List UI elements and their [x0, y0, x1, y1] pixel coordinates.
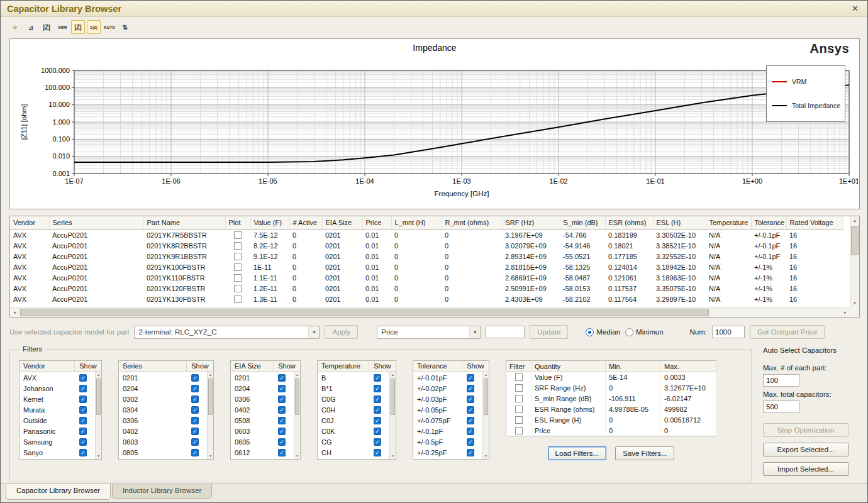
scroll-up-icon[interactable]: ▲ [208, 372, 213, 378]
column-header-tolerance[interactable]: Tolerance [751, 216, 786, 229]
close-icon[interactable]: ✕ [849, 4, 861, 13]
table-row[interactable]: AVXAccuP02010201YK7R5BBSTR7.5E-12002010.… [10, 229, 843, 240]
quantity-filter-checkbox[interactable] [515, 406, 523, 413]
table-row[interactable]: AVXAccuP02010201YK120FBSTR1.2E-11002010.… [10, 283, 843, 294]
plot-axes-icon[interactable]: ⊿ [24, 20, 38, 34]
tab-inductor-library-browser[interactable]: Inductor Library Browser [112, 484, 212, 499]
scroll-left-icon[interactable]: ◄ [10, 308, 19, 317]
filter-item-c0h[interactable]: C0H✓ [318, 404, 389, 415]
filter-show-checkbox[interactable]: ✓ [191, 374, 199, 382]
filter-show-checkbox[interactable]: ✓ [374, 374, 381, 382]
filter-column-series[interactable]: Series [119, 361, 187, 372]
filter-item-0-02pf[interactable]: +/-0.02pF✓ [413, 383, 482, 394]
scroll-thumb[interactable] [208, 379, 213, 415]
scroll-up-icon[interactable]: ▲ [390, 372, 396, 378]
quantity-filter-checkbox[interactable] [515, 427, 523, 434]
filter-item-0-075pf[interactable]: +/-0.075pF✓ [413, 415, 482, 426]
quantity-cell-max[interactable]: 0.00518712 [661, 415, 716, 426]
get-octopart-price-button[interactable]: Get Octopart Price [750, 325, 825, 339]
filter-show-checkbox[interactable]: ✓ [278, 428, 286, 435]
filter-column-show[interactable]: Show [187, 361, 213, 372]
filter-item-b[interactable]: B✓ [318, 372, 389, 383]
filter-item-panasonic[interactable]: Panasonic✓ [19, 426, 95, 436]
filter-item-0-1pf[interactable]: +/-0.1pF✓ [413, 426, 482, 436]
filter-show-checkbox[interactable]: ✓ [374, 417, 381, 424]
filter-show-checkbox[interactable]: ✓ [79, 374, 87, 382]
filter-show-checkbox[interactable]: ✓ [467, 374, 474, 382]
quantity-filter-row[interactable]: Price00 [506, 426, 716, 436]
impedance-plot-toggle-icon[interactable]: |Z| [71, 20, 85, 34]
filter-show-checkbox[interactable]: ✓ [374, 438, 381, 446]
scroll-right-icon[interactable]: ► [841, 308, 850, 317]
save-filters-button[interactable]: Save Filters... [615, 446, 674, 460]
scroll-thumb[interactable] [295, 379, 299, 415]
filter-show-checkbox[interactable]: ✓ [191, 417, 199, 424]
filter-show-checkbox[interactable]: ✓ [467, 395, 474, 403]
vrm-curve-icon[interactable]: VRM [55, 20, 69, 34]
table-row[interactable]: AVXAccuP02010201YK8R2BBSTR8.2E-12002010.… [10, 240, 843, 251]
scroll-up-icon[interactable]: ▲ [483, 372, 489, 378]
filter-column-show[interactable]: Show [462, 361, 489, 372]
vertical-scroll-thumb[interactable] [851, 226, 859, 255]
quantity-cell-max[interactable]: 3.12677E+10 [661, 383, 716, 394]
apply-button[interactable]: Apply [325, 325, 358, 339]
capacitor-grid-icon[interactable]: ⁘ [8, 20, 22, 34]
quantity-cell-max[interactable]: 0.0033 [661, 372, 716, 383]
filter-item-0-01pf[interactable]: +/-0.01pF✓ [413, 372, 482, 383]
filter-show-checkbox[interactable]: ✓ [278, 406, 286, 414]
filter-item-0204[interactable]: 0204✓ [231, 383, 294, 394]
table-vertical-scrollbar[interactable]: ▲ ▼ [850, 216, 859, 307]
filter-item-murata[interactable]: Murata✓ [19, 404, 95, 415]
scroll-down-icon[interactable]: ▼ [483, 453, 489, 459]
filter-item-c0g[interactable]: C0G✓ [318, 394, 389, 404]
minimum-radio-dot[interactable] [625, 328, 633, 336]
column-header-eia-size[interactable]: EIA Size [322, 216, 362, 229]
filter-column-show[interactable]: Show [75, 361, 101, 372]
filter-show-checkbox[interactable]: ✓ [374, 428, 381, 435]
column-header-esl-h[interactable]: ESL (H) [653, 216, 706, 229]
filter-list-scrollbar[interactable]: ▲▼ [482, 372, 489, 459]
filter-column-vendor[interactable]: Vendor [19, 361, 75, 372]
quantity-filter-checkbox[interactable] [515, 384, 523, 392]
filter-show-checkbox[interactable]: ✓ [191, 449, 199, 456]
filter-show-checkbox[interactable]: ✓ [79, 395, 87, 403]
filter-show-checkbox[interactable]: ✓ [79, 417, 87, 424]
filter-column-tolerance[interactable]: Tolerance [413, 361, 462, 372]
column-header-part-name[interactable]: Part Name [143, 216, 225, 229]
filter-show-checkbox[interactable]: ✓ [374, 449, 381, 456]
filter-item-0-05pf[interactable]: +/-0.05pF✓ [413, 404, 482, 415]
scroll-up-icon[interactable]: ▲ [294, 372, 300, 378]
filter-item-0201[interactable]: 0201✓ [231, 372, 294, 383]
filter-item-avx[interactable]: AVX✓ [19, 372, 95, 383]
max-total-input[interactable] [763, 401, 799, 413]
metric-select[interactable]: Price ▾ [377, 326, 481, 339]
filter-item-0302[interactable]: 0302✓ [119, 394, 207, 404]
filter-column-temperature[interactable]: Temperature [318, 361, 369, 372]
filter-column-show[interactable]: Show [274, 361, 300, 372]
column-header-plot[interactable]: Plot [225, 216, 250, 229]
filter-show-checkbox[interactable]: ✓ [374, 406, 381, 414]
filter-list-scrollbar[interactable]: ▲▼ [389, 372, 396, 459]
filter-item-0201[interactable]: 0201✓ [119, 372, 207, 383]
update-button[interactable]: Update [530, 325, 568, 339]
quantity-filter-row[interactable]: ESR Range (ohms)4.99788E-05499982 [506, 404, 716, 415]
filter-show-checkbox[interactable]: ✓ [467, 417, 474, 424]
filter-item-0-5pf[interactable]: +/-0.5pF✓ [413, 436, 482, 447]
filter-list-scrollbar[interactable]: ▲▼ [207, 372, 213, 459]
quantity-cell-min[interactable]: 5E-14 [606, 372, 661, 383]
load-filters-button[interactable]: Load Filters... [548, 446, 607, 460]
quantity-cell-max[interactable]: 0 [661, 426, 716, 436]
table-row[interactable]: AVXAccuP02010201YK100FBSTR1E-11002010.01… [10, 262, 843, 272]
filter-show-checkbox[interactable]: ✓ [278, 395, 286, 403]
scroll-down-icon[interactable]: ▼ [850, 299, 859, 307]
filter-item-outside[interactable]: Outside✓ [19, 415, 95, 426]
column-header-rated-voltage[interactable]: Rated Voltage [786, 216, 843, 229]
scroll-thumb[interactable] [484, 379, 488, 415]
plot-checkbox[interactable] [234, 274, 242, 282]
filter-item-b-1[interactable]: B*1✓ [318, 383, 389, 394]
filter-show-checkbox[interactable]: ✓ [79, 428, 87, 435]
filter-show-checkbox[interactable]: ✓ [467, 438, 474, 446]
filter-item-0612[interactable]: 0612✓ [231, 447, 294, 458]
plot-checkbox[interactable] [234, 242, 242, 250]
filter-item-kemet[interactable]: Kemet✓ [19, 394, 95, 404]
